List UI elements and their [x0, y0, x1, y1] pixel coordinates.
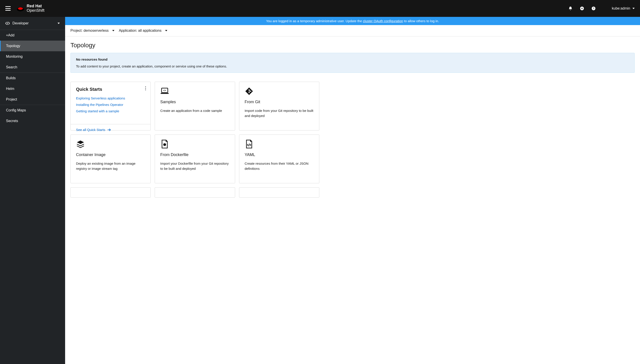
nav-group-2: Builds Helm Project	[0, 73, 65, 105]
svg-text:?: ?	[593, 7, 594, 10]
card-title: Container Image	[76, 152, 145, 157]
file-cube-icon	[160, 140, 169, 148]
see-all-quickstarts-link[interactable]: See all Quick Starts	[76, 128, 145, 132]
banner-link[interactable]: cluster OAuth configuration	[363, 19, 403, 23]
card-placeholder[interactable]	[155, 187, 235, 198]
project-value: demoserverless	[84, 29, 109, 32]
nav-item-monitoring[interactable]: Monitoring	[0, 51, 65, 62]
nav-item-helm[interactable]: Helm	[0, 84, 65, 94]
top-bar: Red Hat OpenShift ? kube:admin	[0, 0, 640, 17]
brand-line1: Red Hat	[27, 4, 45, 8]
card-desc: Import code from your Git repository to …	[245, 108, 314, 118]
oauth-banner: You are logged in as a temporary adminis…	[65, 17, 640, 25]
card-title: From Git	[245, 100, 314, 104]
file-code-icon	[245, 140, 254, 148]
nav-item-search[interactable]: Search	[0, 62, 65, 72]
context-bar: Project: demoserverless Application: all…	[65, 25, 640, 36]
card-title: YAML	[245, 152, 314, 157]
quickstarts-card: Quick Starts Exploring Serverless applic…	[70, 82, 151, 130]
card-container-image[interactable]: Container Image Deploy an existing image…	[70, 134, 151, 183]
caret-down-icon	[165, 30, 167, 31]
code-icon	[5, 22, 10, 25]
sidebar: Developer +Add Topology Monitoring Searc…	[0, 17, 65, 364]
nav-item-secrets[interactable]: Secrets	[0, 116, 65, 126]
card-desc: Create an application from a code sample	[160, 108, 229, 114]
nav-item-configmaps[interactable]: Config Maps	[0, 105, 65, 116]
menu-toggle-button[interactable]	[5, 6, 11, 11]
user-menu[interactable]: kube:admin	[612, 6, 635, 10]
qs-link-sample[interactable]: Getting started with a sample	[76, 109, 119, 113]
qs-link-pipelines[interactable]: Installing the Pipelines Operator	[76, 103, 123, 106]
arrow-right-icon	[108, 128, 111, 131]
kebab-menu-icon[interactable]	[145, 86, 146, 91]
card-desc: Create resources from their YAML or JSON…	[245, 161, 314, 171]
qs-link-serverless[interactable]: Exploring Serverless applications	[76, 96, 125, 100]
quickstarts-title: Quick Starts	[76, 87, 145, 92]
info-desc: To add content to your project, create a…	[76, 64, 629, 68]
caret-down-icon	[58, 23, 60, 24]
project-selector[interactable]: Project: demoserverless	[70, 29, 114, 33]
caret-down-icon	[112, 30, 114, 31]
card-title: Samples	[160, 100, 229, 104]
info-title: No resources found	[76, 58, 629, 61]
redhat-icon	[17, 5, 25, 12]
banner-prefix: You are logged in as a temporary adminis…	[266, 19, 363, 23]
banner-suffix: to allow others to log in.	[403, 19, 439, 23]
brand-line2: OpenShift	[27, 8, 45, 13]
nav-group-1: +Add Topology Monitoring Search	[0, 30, 65, 73]
card-samples[interactable]: <> Samples Create an application from a …	[155, 82, 235, 130]
laptop-code-icon: <>	[160, 87, 169, 96]
application-label: Application:	[119, 29, 137, 32]
user-name: kube:admin	[612, 6, 630, 10]
nav-item-topology[interactable]: Topology	[0, 40, 65, 51]
caret-down-icon	[632, 8, 635, 9]
project-label: Project:	[70, 29, 82, 32]
nav-group-3: Config Maps Secrets	[0, 105, 65, 126]
application-value: all applications	[138, 29, 161, 32]
nav-item-builds[interactable]: Builds	[0, 73, 65, 84]
card-title: From Dockerfile	[160, 152, 229, 157]
card-placeholder[interactable]	[70, 187, 151, 198]
card-yaml[interactable]: YAML Create resources from their YAML or…	[239, 134, 319, 183]
nav-item-add[interactable]: +Add	[0, 30, 65, 40]
card-desc: Import your Dockerfile from your Git rep…	[160, 161, 229, 171]
card-from-dockerfile[interactable]: From Dockerfile Import your Dockerfile f…	[155, 134, 235, 183]
application-selector[interactable]: Application: all applications	[119, 29, 167, 33]
brand-logo[interactable]: Red Hat OpenShift	[17, 4, 45, 13]
perspective-switcher[interactable]: Developer	[0, 17, 65, 30]
svg-point-5	[145, 88, 146, 89]
nav-item-project[interactable]: Project	[0, 94, 65, 105]
cards-grid: Quick Starts Exploring Serverless applic…	[70, 82, 319, 198]
layers-icon	[76, 140, 85, 148]
plus-circle-icon[interactable]	[580, 6, 584, 11]
git-icon	[245, 87, 254, 96]
see-all-label: See all Quick Starts	[76, 128, 105, 132]
svg-text:<>: <>	[163, 89, 166, 92]
svg-point-6	[145, 90, 146, 90]
main-content: You are logged in as a temporary adminis…	[65, 17, 640, 364]
page-title: Topology	[70, 42, 635, 49]
help-icon[interactable]: ?	[591, 6, 596, 11]
card-placeholder[interactable]	[239, 187, 319, 198]
svg-point-4	[145, 86, 146, 87]
perspective-label: Developer	[13, 21, 58, 25]
card-desc: Deploy an existing image from an image r…	[76, 161, 145, 171]
bell-icon[interactable]	[568, 6, 573, 11]
empty-state-info: No resources found To add content to you…	[70, 53, 635, 73]
card-from-git[interactable]: From Git Import code from your Git repos…	[239, 82, 319, 130]
svg-rect-8	[161, 93, 169, 94]
